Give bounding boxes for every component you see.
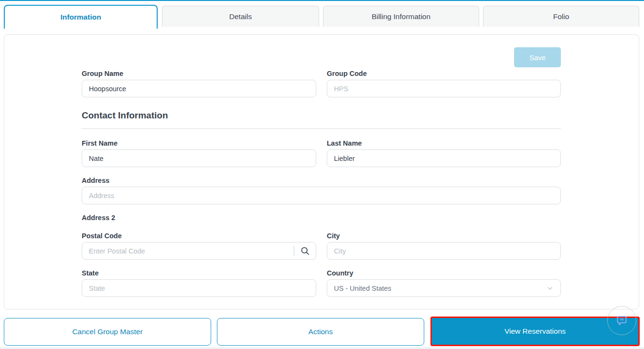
group-master-page: Information Details Billing Information … [0, 0, 644, 349]
chat-bubble-icon [615, 314, 628, 327]
actions-button[interactable]: Actions [217, 318, 424, 346]
information-panel: Save Group Name Group Code Contact Infor… [4, 34, 639, 309]
address-input[interactable] [82, 187, 561, 204]
contact-information-heading: Contact Information [82, 110, 168, 121]
first-name-label: First Name [82, 139, 118, 147]
save-button[interactable]: Save [514, 47, 561, 67]
bottom-edge-strip [0, 347, 644, 349]
last-name-input[interactable] [327, 149, 561, 167]
postal-code-input[interactable] [82, 242, 316, 260]
tab-details-label: Details [229, 12, 252, 21]
state-input[interactable] [82, 279, 316, 297]
section-divider [82, 128, 561, 129]
address2-label: Address 2 [82, 214, 115, 222]
group-code-input[interactable] [327, 80, 561, 97]
first-name-input[interactable] [82, 149, 316, 167]
tab-information-label: Information [60, 13, 101, 21]
group-name-input[interactable] [82, 80, 316, 97]
last-name-label: Last Name [327, 139, 362, 147]
chat-widget-button[interactable] [607, 306, 636, 335]
city-label: City [327, 232, 340, 240]
postal-code-label: Postal Code [82, 232, 122, 240]
country-select[interactable]: US - United States [327, 279, 561, 297]
search-icon[interactable] [300, 246, 310, 256]
state-label: State [82, 269, 98, 277]
postal-input-divider [294, 246, 294, 256]
country-label: Country [327, 269, 354, 277]
tab-folio-label: Folio [553, 12, 569, 21]
tab-folio[interactable]: Folio [483, 6, 639, 27]
tab-billing-information-label: Billing Information [372, 12, 430, 21]
tab-bar-underline [0, 0, 644, 1]
tab-details[interactable]: Details [162, 6, 319, 27]
group-code-label: Group Code [327, 70, 367, 77]
address-label: Address [82, 177, 109, 184]
tab-information[interactable]: Information [4, 5, 158, 29]
group-name-label: Group Name [82, 70, 123, 77]
cancel-group-master-button[interactable]: Cancel Group Master [4, 318, 211, 346]
country-selected-value: US - United States [334, 285, 391, 292]
city-input[interactable] [327, 242, 561, 260]
chevron-down-icon [546, 285, 554, 292]
tab-billing-information[interactable]: Billing Information [323, 6, 479, 27]
